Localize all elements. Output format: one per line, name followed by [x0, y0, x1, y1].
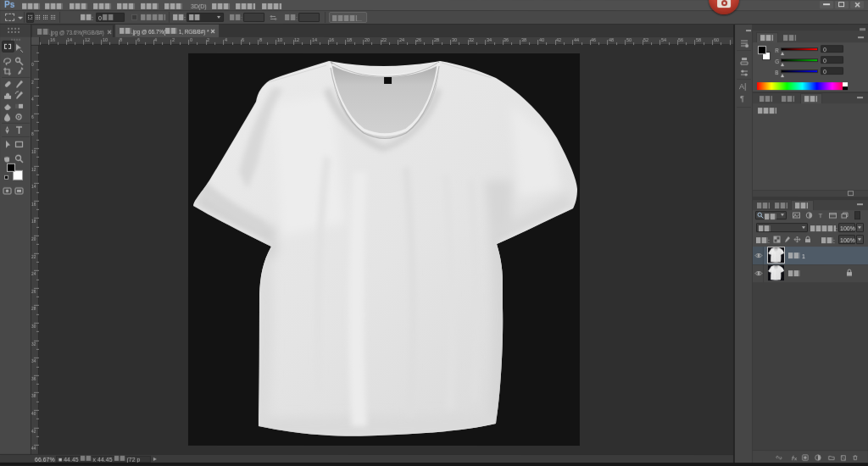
- svg-text:T: T: [819, 212, 823, 219]
